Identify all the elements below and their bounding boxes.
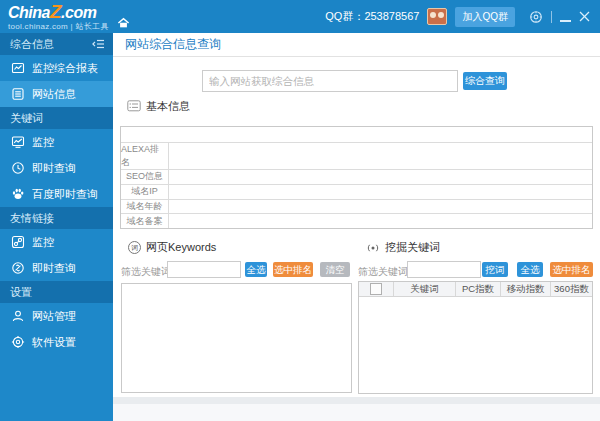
page-keywords-header: 词 网页Keywords [128, 240, 216, 255]
row-value [169, 200, 592, 214]
word-circle-icon: 词 [128, 241, 141, 254]
sidebar-item-label: 监控综合报表 [32, 61, 98, 76]
website-search-input[interactable] [202, 70, 458, 92]
logo-subtitle: tool.chinaz.com | 站长工具 [8, 23, 109, 31]
logo-z: Z [50, 1, 61, 22]
basic-info-summary-row [121, 127, 592, 142]
row-label: ALEXA排名 [121, 143, 169, 169]
comprehensive-query-button[interactable]: 综合查询 [463, 72, 507, 90]
content-bottom-area [113, 404, 600, 421]
section-label: 综合信息 [10, 37, 54, 52]
sidebar-item-link-monitor[interactable]: 监控 [0, 229, 113, 255]
minimize-button[interactable] [560, 20, 571, 22]
sidebar-item-label: 网站信息 [32, 87, 76, 102]
mining-keywords-table: 关键词 PC指数 移动指数 360指数 [358, 281, 593, 394]
page-title: 网站综合信息查询 [125, 33, 221, 56]
table-row: SEO信息 [121, 169, 592, 184]
basic-info-header: 基本信息 [127, 99, 190, 113]
mine-words-button[interactable]: 挖词 [482, 262, 508, 277]
close-button[interactable] [579, 11, 590, 22]
titlebar-right-cluster: QQ群：253878567 加入QQ群 [325, 7, 590, 27]
sidebar-item-keyword-instant-query[interactable]: 即时查询 [0, 155, 113, 181]
column-header[interactable]: PC指数 [456, 282, 501, 296]
sidebar-item-link-instant-query[interactable]: 即时查询 [0, 255, 113, 281]
chain-link-icon [11, 235, 25, 249]
row-label: 域名备案 [121, 214, 169, 228]
column-header[interactable]: 移动指数 [501, 282, 551, 296]
chinaz-logo[interactable]: ChinaZ.com tool.chinaz.com | 站长工具 [8, 2, 109, 31]
sidebar-item-label: 监控 [32, 135, 54, 150]
page-keywords-list [121, 283, 352, 393]
titlebar: ChinaZ.com tool.chinaz.com | 站长工具 QQ群：25… [0, 0, 600, 33]
sidebar-item-label: 软件设置 [32, 335, 76, 350]
filter-keywords-label: 筛选关键词 [358, 265, 408, 279]
line-chart-icon [11, 135, 25, 149]
column-header[interactable]: 关键词 [394, 282, 456, 296]
mining-keywords-filter-input[interactable] [407, 261, 481, 278]
gear-icon [11, 335, 25, 349]
row-label: 域名年龄 [121, 200, 169, 214]
table-row: 域名IP [121, 184, 592, 199]
sidebar-item-label: 即时查询 [32, 261, 76, 276]
section-label: 关键词 [10, 111, 43, 126]
filter-keywords-label: 筛选关键词 [121, 265, 171, 279]
row-value [169, 170, 592, 184]
sidebar-item-label: 网站管理 [32, 309, 76, 324]
page-keywords-filter-input[interactable] [167, 261, 241, 278]
table-header-row: 关键词 PC指数 移动指数 360指数 [359, 282, 592, 297]
select-all-button[interactable]: 全选 [517, 262, 543, 277]
collapse-menu-icon[interactable] [92, 38, 105, 50]
sidebar-section-keywords: 关键词 [0, 107, 113, 129]
sidebar-item-monitor-report[interactable]: 监控综合报表 [0, 55, 113, 81]
join-qq-button[interactable]: 加入QQ群 [455, 7, 515, 27]
row-value [169, 185, 592, 199]
app-window: ChinaZ.com tool.chinaz.com | 站长工具 QQ群：25… [0, 0, 600, 421]
section-label: 设置 [10, 285, 32, 300]
sidebar-item-software-settings[interactable]: 软件设置 [0, 329, 113, 355]
basic-info-table: ALEXA排名 SEO信息 域名IP 域名年龄 域名备案 [120, 126, 593, 229]
basic-info-title: 基本信息 [146, 99, 190, 114]
row-value [169, 214, 592, 228]
home-icon[interactable] [117, 17, 130, 29]
sidebar-section-overview: 综合信息 [0, 33, 113, 55]
sidebar-item-label: 即时查询 [32, 161, 76, 176]
select-all-checkbox[interactable] [370, 283, 382, 295]
clear-button[interactable]: 清空 [320, 262, 350, 277]
row-label: 域名IP [121, 185, 169, 199]
sidebar-item-baidu-instant-query[interactable]: 百度即时查询 [0, 181, 113, 207]
mining-keywords-table-body [359, 297, 592, 394]
settings-gear-icon[interactable] [529, 10, 543, 24]
selected-rank-button[interactable]: 选中排名 [550, 262, 593, 277]
table-row: ALEXA排名 [121, 142, 592, 169]
sidebar-item-website-management[interactable]: 网站管理 [0, 303, 113, 329]
logo-brand: ChinaZ.com [8, 2, 109, 21]
header-checkbox-cell [359, 282, 394, 296]
column-header[interactable]: 360指数 [551, 282, 592, 296]
mining-keywords-header: 挖掘关键词 [366, 240, 440, 255]
main-content: 网站综合信息查询 综合查询 基本信息 ALEXA排名 SEO信息 [113, 33, 600, 421]
page-header: 网站综合信息查询 [113, 33, 600, 57]
list-box-icon [127, 100, 141, 112]
link-circle-icon [11, 261, 25, 275]
select-all-button[interactable]: 全选 [245, 262, 267, 277]
document-icon [11, 87, 25, 101]
sidebar-item-website-info[interactable]: 网站信息 [0, 81, 113, 107]
report-chart-icon [11, 61, 25, 75]
table-row: 域名年龄 [121, 199, 592, 214]
selected-rank-button[interactable]: 选中排名 [273, 262, 313, 277]
user-icon [11, 309, 25, 323]
sidebar-item-label: 监控 [32, 235, 54, 250]
table-row: 域名备案 [121, 213, 592, 228]
sidebar-item-keyword-monitor[interactable]: 监控 [0, 129, 113, 155]
content-bottom-band [113, 397, 600, 404]
row-value [169, 143, 592, 169]
row-label: SEO信息 [121, 170, 169, 184]
clock-icon [11, 161, 25, 175]
mining-keywords-title: 挖掘关键词 [385, 240, 440, 255]
signal-icon [366, 241, 380, 255]
sidebar-section-friend-links: 友情链接 [0, 207, 113, 229]
titlebar-divider [551, 11, 552, 23]
qq-avatar-icon [427, 8, 447, 25]
sidebar-item-label: 百度即时查询 [32, 187, 98, 202]
qq-group-number: QQ群：253878567 [325, 9, 419, 24]
